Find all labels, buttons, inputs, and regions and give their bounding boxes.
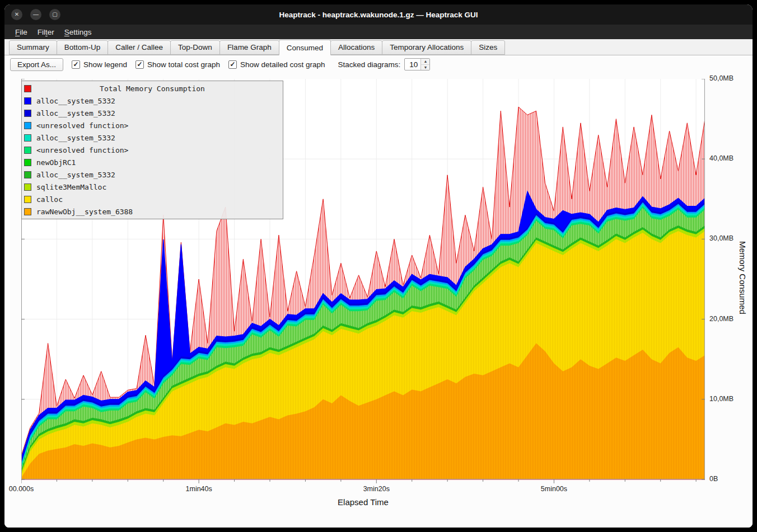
y-tick-40-0mb: 40,0MB: [709, 154, 733, 162]
menu-file[interactable]: File: [10, 26, 32, 38]
legend-swatch: [24, 85, 31, 92]
consumed-chart-area: Total Memory Consumptionalloc__system_53…: [4, 73, 753, 528]
legend-swatch: [24, 134, 31, 142]
tab-consumed[interactable]: Consumed: [279, 40, 331, 55]
legend-item-label: alloc__system_5332: [36, 134, 115, 142]
checkbox-show-total-cost-graph[interactable]: ✓Show total cost graph: [135, 60, 220, 69]
legend-item-label: newObjRC1: [36, 158, 76, 167]
legend-item-label: alloc__system_5332: [36, 109, 115, 117]
minimize-button[interactable]: —: [30, 9, 41, 20]
legend-item-rawnewobj-system-6388: rawNewObj__system_6388: [22, 205, 283, 218]
x-axis-title: Elapsed Time: [21, 497, 705, 507]
stacked-diagrams-label: Stacked diagrams:: [338, 60, 401, 69]
legend-swatch: [24, 171, 31, 178]
legend-item-unresolved-function: <unresolved function>: [22, 119, 283, 131]
checkbox-indicator: ✓: [72, 60, 80, 69]
window-controls: ✕—▢: [11, 4, 68, 25]
tab-caller-callee[interactable]: Caller / Callee: [108, 40, 171, 55]
legend-item-label: calloc: [36, 195, 63, 204]
y-tick-20-0mb: 20,0MB: [709, 315, 733, 323]
y-tick-50-0mb: 50,0MB: [709, 74, 733, 82]
legend-swatch: [24, 97, 31, 105]
checkbox-label: Show total cost graph: [147, 60, 220, 69]
checkbox-indicator: ✓: [135, 60, 144, 69]
checkbox-group: ✓Show legend✓Show total cost graph✓Show …: [72, 60, 325, 69]
spin-arrows: ▲ ▼: [420, 59, 429, 70]
legend-item-sqlite3memmalloc: sqlite3MemMalloc: [22, 181, 283, 193]
checkbox-show-detailed-cost-graph[interactable]: ✓Show detailed cost graph: [228, 60, 325, 69]
legend-swatch: [24, 208, 31, 215]
tab-summary[interactable]: Summary: [9, 40, 57, 55]
tab-bottom-up[interactable]: Bottom-Up: [57, 40, 109, 55]
legend-item-label: <unresolved function>: [36, 146, 128, 154]
close-button[interactable]: ✕: [11, 9, 22, 20]
y-tick-10-0mb: 10,0MB: [709, 395, 733, 403]
toolbar: Export As... ✓Show legend✓Show total cos…: [4, 55, 753, 73]
maximize-button[interactable]: ▢: [49, 9, 60, 20]
x-tick-5min00s: 5min00s: [529, 485, 579, 493]
chart-legend: Total Memory Consumptionalloc__system_53…: [21, 81, 283, 219]
spin-up-button[interactable]: ▲: [421, 59, 429, 65]
heaptrack-window: ✕—▢ Heaptrack - heaptrack.wakunode.1.gz …: [4, 4, 753, 528]
legend-item-label: alloc__system_5332: [36, 171, 115, 179]
window-title: Heaptrack - heaptrack.wakunode.1.gz — He…: [4, 11, 753, 19]
legend-swatch: [24, 147, 31, 154]
legend-swatch: [24, 110, 31, 117]
tab-bar: SummaryBottom-UpCaller / CalleeTop-DownF…: [4, 39, 753, 55]
tab-flame-graph[interactable]: Flame Graph: [219, 40, 279, 55]
stacked-diagrams-spinbox[interactable]: 10 ▲ ▼: [404, 58, 430, 70]
legend-item-unresolved-function: <unresolved function>: [22, 144, 283, 156]
export-as-button[interactable]: Export As...: [10, 58, 63, 71]
tab-temporary-allocations[interactable]: Temporary Allocations: [382, 40, 471, 55]
x-tick-00-000s: 00.000s: [4, 485, 46, 493]
stacked-diagrams-value: 10: [405, 59, 420, 70]
tab-top-down[interactable]: Top-Down: [170, 40, 220, 55]
legend-title-row: Total Memory Consumption: [22, 82, 283, 95]
menu-filter[interactable]: Filter: [32, 26, 59, 38]
legend-item-alloc-system-5332: alloc__system_5332: [22, 95, 283, 107]
tab-allocations[interactable]: Allocations: [330, 40, 382, 55]
checkbox-label: Show legend: [83, 60, 127, 69]
titlebar[interactable]: ✕—▢ Heaptrack - heaptrack.wakunode.1.gz …: [4, 4, 753, 25]
legend-swatch: [24, 183, 31, 191]
legend-item-label: rawNewObj__system_6388: [36, 208, 133, 216]
legend-swatch: [24, 196, 31, 203]
legend-item-label: <unresolved function>: [36, 121, 128, 130]
menu-settings[interactable]: Settings: [59, 26, 97, 38]
tab-sizes[interactable]: Sizes: [471, 40, 505, 55]
y-axis-title: Memory Consumed: [738, 241, 747, 314]
legend-title: Total Memory Consumption: [22, 84, 283, 93]
x-tick-1min40s: 1min40s: [174, 485, 224, 493]
legend-item-label: sqlite3MemMalloc: [36, 183, 106, 191]
checkbox-label: Show detailed cost graph: [240, 60, 325, 69]
x-tick-3min20s: 3min20s: [351, 485, 401, 493]
legend-item-alloc-system-5332: alloc__system_5332: [22, 168, 283, 181]
checkbox-indicator: ✓: [228, 60, 237, 69]
legend-swatch: [24, 159, 31, 166]
legend-item-calloc: calloc: [22, 193, 283, 205]
legend-item-label: alloc__system_5332: [36, 97, 115, 105]
spin-down-button[interactable]: ▼: [421, 65, 429, 70]
legend-swatch: [24, 122, 31, 129]
y-tick-0b: 0B: [709, 475, 718, 483]
legend-item-alloc-system-5332: alloc__system_5332: [22, 107, 283, 119]
menubar: FileFilterSettings: [4, 25, 753, 39]
legend-item-alloc-system-5332: alloc__system_5332: [22, 131, 283, 144]
legend-item-newobjrc1: newObjRC1: [22, 156, 283, 168]
desktop-background: ✕—▢ Heaptrack - heaptrack.wakunode.1.gz …: [0, 0, 757, 532]
y-tick-30-0mb: 30,0MB: [709, 234, 733, 242]
checkbox-show-legend[interactable]: ✓Show legend: [72, 60, 127, 69]
